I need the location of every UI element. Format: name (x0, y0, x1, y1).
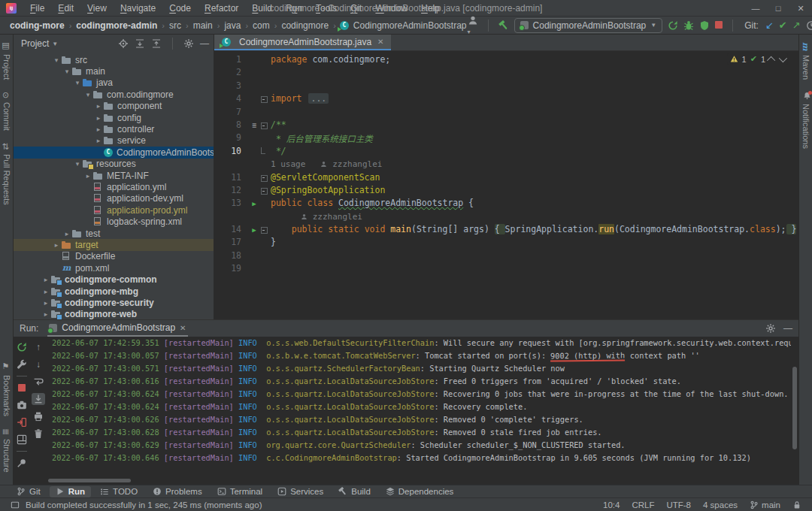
softwrap-icon[interactable] (33, 376, 44, 387)
close-run-tab-icon[interactable]: ✕ (180, 324, 186, 332)
tree-item[interactable]: ▸codingmore-web (14, 309, 214, 319)
list-icon[interactable] (100, 487, 109, 496)
breadcrumb-item[interactable]: main (192, 20, 214, 31)
tree-item[interactable]: Dockerfile (14, 251, 214, 262)
indent-selector[interactable]: 4 spaces (703, 500, 738, 509)
history-button[interactable] (806, 20, 812, 31)
fold-marker-icon[interactable] (261, 175, 268, 182)
tool-window-button-todo[interactable]: TODO (94, 486, 144, 497)
vertical-scrollbar[interactable] (792, 367, 797, 449)
console-output[interactable]: 2022-06-07 17:42:59.351 [restartedMain] … (47, 338, 791, 476)
tree-chevron-icon[interactable]: ▾ (83, 91, 93, 98)
tree-item[interactable]: ▸codingmore-mbg (14, 286, 214, 297)
warning-count[interactable]: 1 (742, 55, 747, 64)
tree-item[interactable]: application-prod.yml (14, 204, 214, 216)
stop-button[interactable] (15, 382, 29, 394)
close-tab-icon[interactable]: ✕ (377, 38, 383, 46)
horizontal-scrollbar[interactable] (48, 479, 131, 482)
print-button[interactable] (32, 410, 45, 422)
hide-panel-button[interactable]: — (783, 323, 792, 334)
build-button[interactable] (498, 20, 509, 31)
camera-icon[interactable] (17, 400, 27, 410)
fold-marker-icon[interactable] (261, 96, 268, 103)
tree-item[interactable]: ▾resources (14, 159, 214, 170)
branch-icon[interactable] (17, 487, 26, 496)
stripe-item-bookmarks[interactable]: ⚑Bookmarks (2, 361, 11, 416)
stop-button[interactable] (715, 20, 723, 31)
run-tab[interactable]: CodingmoreAdminBootstrap ✕ (47, 320, 187, 337)
terminal-icon[interactable] (217, 487, 226, 496)
coverage-button[interactable] (699, 20, 710, 31)
trash-icon[interactable] (33, 428, 44, 439)
tree-chevron-icon[interactable]: ▸ (51, 241, 62, 249)
wrench-button[interactable] (15, 358, 29, 370)
fold-marker-icon[interactable] (261, 227, 268, 234)
tree-item[interactable]: ▸target (14, 239, 214, 250)
collapse-all-icon[interactable] (151, 38, 162, 49)
tool-window-button-problems[interactable]: Problems (147, 486, 208, 497)
tree-item[interactable]: ▸codingmore-security (14, 297, 214, 308)
rerun-button[interactable] (668, 20, 678, 31)
tool-window-button-build[interactable]: Build (332, 486, 377, 497)
bell-icon[interactable] (803, 92, 811, 100)
tree-chevron-icon[interactable]: ▸ (41, 276, 51, 283)
tree-item[interactable]: application-dev.yml (14, 193, 214, 204)
downbar-icon[interactable] (33, 394, 44, 404)
tree-chevron-icon[interactable]: ▾ (72, 79, 83, 86)
services-icon[interactable] (277, 487, 286, 496)
down-button[interactable]: ↓ (32, 358, 45, 370)
tree-item[interactable]: mpom.xml (14, 262, 214, 274)
tool-window-button-terminal[interactable]: Terminal (211, 486, 268, 497)
layout-icon[interactable] (17, 434, 27, 445)
tree-chevron-icon[interactable]: ▾ (72, 160, 83, 168)
stripe-item-project[interactable]: ▤Project (2, 41, 11, 80)
camera-button[interactable] (15, 399, 29, 411)
tree-item[interactable]: CCodingmoreAdminBootstrap (14, 147, 214, 158)
menu-file[interactable]: File (24, 2, 50, 14)
stripe-item-pull-requests[interactable]: ⇄Pull Requests (2, 143, 11, 204)
tree-chevron-icon[interactable]: ▸ (83, 172, 93, 180)
git-branch-widget[interactable]: main (750, 500, 780, 509)
tree-item[interactable]: ▸test (14, 228, 214, 239)
editor-tab[interactable]: C CodingmoreAdminBootstrap.java ✕ (214, 35, 391, 50)
stripe-item-commit[interactable]: ⊙Commit (2, 92, 11, 131)
tree-chevron-icon[interactable]: ▸ (41, 299, 51, 307)
rerun-button[interactable] (15, 341, 29, 353)
git-push-button[interactable]: ↗ (792, 20, 801, 31)
expand-all-icon[interactable] (135, 38, 145, 49)
tool-window-button-git[interactable]: Git (11, 486, 47, 497)
softwrap-button[interactable] (32, 376, 45, 388)
tree-chevron-icon[interactable]: ▸ (93, 102, 104, 110)
rerun-icon[interactable] (17, 342, 27, 352)
rendered-doc-toggle-icon[interactable]: ≣ (252, 121, 256, 129)
menu-code[interactable]: Code (163, 2, 197, 14)
breadcrumb-item[interactable]: codingmore (280, 20, 329, 31)
run-line-icon[interactable]: ▶ (252, 226, 256, 234)
breadcrumb-class[interactable]: CodingmoreAdminBootstrap (353, 20, 468, 31)
tree-item[interactable]: ▸config (14, 112, 214, 123)
layout-button[interactable] (15, 434, 29, 446)
users-icon[interactable] (468, 15, 478, 26)
git-update-button[interactable]: ↙ (765, 20, 774, 31)
tree-item[interactable]: ▸controller (14, 123, 214, 135)
code-with-me-users-button[interactable]: ▾ (468, 14, 478, 36)
settings-icon[interactable] (183, 38, 194, 49)
project-panel-title[interactable]: Project (21, 38, 49, 49)
menu-edit[interactable]: Edit (52, 2, 80, 14)
stack-icon[interactable] (386, 487, 395, 496)
hide-panel-button[interactable]: — (200, 38, 209, 49)
scroll-end-button[interactable] (32, 393, 45, 405)
tree-item[interactable]: application.yml (14, 181, 214, 192)
trash-button[interactable] (32, 428, 45, 440)
printer-icon[interactable] (33, 411, 44, 422)
chevron-down-icon[interactable]: ▼ (52, 41, 58, 47)
pin-icon[interactable] (17, 458, 27, 468)
tree-item[interactable]: logback-spring.xml (14, 216, 214, 227)
tree-item[interactable]: ▾com.codingmore (14, 89, 214, 100)
tree-item[interactable]: ▾main (14, 65, 214, 77)
tree-item[interactable]: ▾src (14, 54, 214, 65)
breadcrumb-item[interactable]: codingmore-admin (75, 20, 158, 31)
caret-position[interactable]: 10:4 (603, 500, 620, 509)
run-configuration-select[interactable]: CodingmoreAdminBootstrap▼ (514, 18, 663, 33)
tree-chevron-icon[interactable]: ▸ (93, 125, 104, 133)
